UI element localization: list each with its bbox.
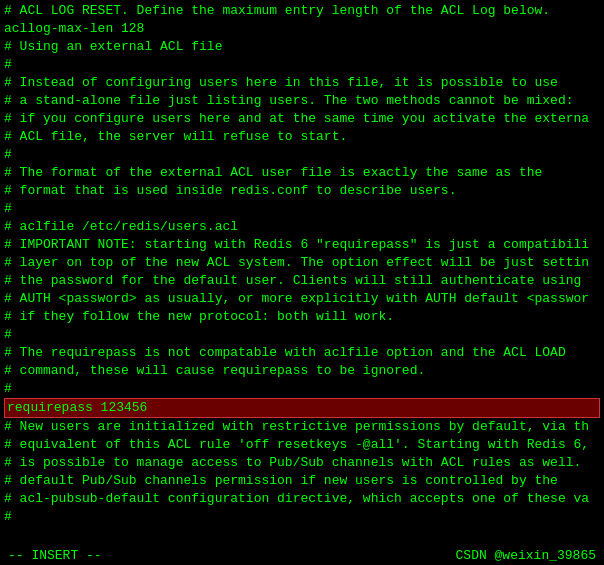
line: # [4,326,600,344]
line: # if they follow the new protocol: both … [4,308,600,326]
line: # Using an external ACL file [4,38,600,56]
line: # The format of the external ACL user fi… [4,164,600,182]
line: # layer on top of the new ACL system. Th… [4,254,600,272]
line: requirepass 123456 [4,398,600,418]
insert-mode-label: -- INSERT -- [8,548,102,563]
line: # AUTH <password> as usually, or more ex… [4,290,600,308]
line: # aclfile /etc/redis/users.acl [4,218,600,236]
line: # ACL LOG RESET. Define the maximum entr… [4,2,600,20]
line: # the password for the default user. Cli… [4,272,600,290]
credit-label: CSDN @weixin_39865 [456,548,596,563]
line: # equivalent of this ACL rule 'off reset… [4,436,600,454]
line: # acl-pubsub-default configuration direc… [4,490,600,508]
lines-container: # ACL LOG RESET. Define the maximum entr… [4,2,600,526]
line: # is possible to manage access to Pub/Su… [4,454,600,472]
line: # command, these will cause requirepass … [4,362,600,380]
line: # [4,200,600,218]
line: # if you configure users here and at the… [4,110,600,128]
line: # The requirepass is not compatable with… [4,344,600,362]
line: # New users are initialized with restric… [4,418,600,436]
line: # format that is used inside redis.conf … [4,182,600,200]
line: # [4,508,600,526]
editor: # ACL LOG RESET. Define the maximum entr… [0,0,604,565]
line: # a stand-alone file just listing users.… [4,92,600,110]
line: # IMPORTANT NOTE: starting with Redis 6 … [4,236,600,254]
line: # [4,380,600,398]
line: # Instead of configuring users here in t… [4,74,600,92]
status-bar: -- INSERT -- CSDN @weixin_39865 [0,546,604,565]
line: # ACL file, the server will refuse to st… [4,128,600,146]
line: acllog-max-len 128 [4,20,600,38]
line: # [4,146,600,164]
line: # default Pub/Sub channels permission if… [4,472,600,490]
line: # [4,56,600,74]
